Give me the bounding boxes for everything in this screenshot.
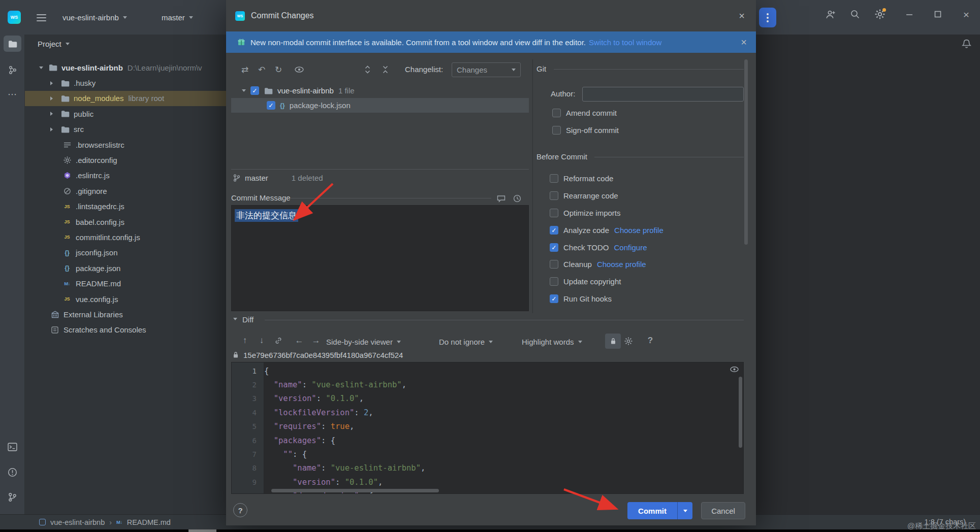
tree-item-.husky[interactable]: .husky: [25, 75, 226, 90]
tree-item-.editorconfig[interactable]: .editorconfig: [25, 152, 226, 168]
tree-item-project-root[interactable]: vue-eslint-airbnb D:\Learn\juejin\norm\v: [25, 60, 226, 75]
close-icon[interactable]: ×: [960, 8, 973, 21]
rollback-icon[interactable]: ↶: [255, 63, 268, 76]
bottom-scrollbar-thumb[interactable]: [188, 529, 216, 532]
amend-checkbox[interactable]: [552, 109, 561, 117]
whitespace-dropdown[interactable]: Do not ignore: [439, 335, 493, 348]
next-difference-icon[interactable]: →: [309, 334, 323, 347]
checkbox[interactable]: [550, 174, 558, 183]
lock-scroll-toggle[interactable]: [605, 334, 621, 349]
diff-settings-gear-icon[interactable]: [622, 335, 635, 348]
chevron-down-icon[interactable]: [39, 66, 43, 69]
group-checkbox[interactable]: [250, 86, 259, 95]
search-icon[interactable]: [848, 8, 862, 21]
viewer-mode-dropdown[interactable]: Side-by-side viewer: [326, 335, 401, 348]
link-chain-icon[interactable]: [272, 334, 285, 347]
option-link[interactable]: Choose profile: [614, 226, 663, 235]
terminal-tool-button[interactable]: [4, 439, 21, 455]
signoff-checkbox[interactable]: [552, 126, 561, 135]
highlight-mode-dropdown[interactable]: Highlight words: [522, 335, 582, 348]
chevron-right-icon[interactable]: [50, 81, 53, 85]
commit-button[interactable]: Commit: [627, 502, 692, 519]
commit-options-chevron[interactable]: [678, 510, 692, 512]
diff-help-icon[interactable]: ?: [644, 334, 657, 347]
tree-item-ScratchesandConsoles[interactable]: Scratches and Consoles: [25, 322, 226, 338]
expand-all-icon[interactable]: [361, 63, 374, 76]
prev-difference-icon[interactable]: ←: [293, 334, 306, 347]
chevron-down-icon[interactable]: [242, 89, 246, 92]
chevron-right-icon[interactable]: [50, 96, 53, 101]
option-link[interactable]: Choose profile: [597, 260, 646, 269]
tree-item-.gitignore[interactable]: .gitignore: [25, 183, 226, 198]
project-selector[interactable]: vue-eslint-airbnb: [62, 10, 127, 24]
author-input[interactable]: [582, 87, 744, 102]
commit-message-input[interactable]: 非法的提交信息: [231, 205, 529, 311]
problems-tool-button[interactable]: [4, 464, 21, 480]
diff-collapse-icon[interactable]: [233, 318, 237, 320]
notifications-bell-icon[interactable]: [961, 39, 972, 49]
show-diff-icon[interactable]: ⇄: [238, 63, 251, 76]
main-menu-icon[interactable]: [37, 12, 46, 23]
tree-item-public[interactable]: public: [25, 106, 226, 121]
cancel-button[interactable]: Cancel: [701, 502, 745, 519]
dialog-scrollbar[interactable]: [744, 59, 748, 245]
clock-history-icon[interactable]: [511, 192, 524, 205]
tree-item-package.json[interactable]: {}package.json: [25, 260, 226, 276]
settings-gear-icon[interactable]: [873, 8, 887, 21]
diff-code-panel[interactable]: 1{2 "name": "vue-eslint-airbnb",3 "versi…: [231, 362, 744, 494]
tree-item-ExternalLibraries[interactable]: External Libraries: [25, 307, 226, 322]
refresh-icon[interactable]: ↻: [272, 63, 285, 76]
checkbox[interactable]: [550, 243, 558, 252]
tree-item-commitlint.config.js[interactable]: JScommitlint.config.js: [25, 229, 226, 245]
tree-item-.eslintrc.js[interactable]: .eslintrc.js: [25, 168, 226, 183]
dialog-close-icon[interactable]: ×: [739, 11, 745, 21]
preview-diff-eye-icon[interactable]: [293, 63, 306, 76]
branch-selector[interactable]: master: [162, 10, 193, 24]
tree-item-babel.config.js[interactable]: JSbabel.config.js: [25, 214, 226, 229]
minimize-icon[interactable]: [903, 8, 916, 21]
checkbox[interactable]: [550, 209, 558, 217]
more-toolbar-button[interactable]: [759, 8, 776, 27]
changelist-dropdown[interactable]: Changes: [452, 62, 521, 77]
tree-item-vue.config.js[interactable]: JSvue.config.js: [25, 291, 226, 307]
switch-to-tool-window-link[interactable]: Switch to tool window: [589, 38, 661, 47]
project-tool-button[interactable]: [4, 36, 21, 52]
changes-group-row[interactable]: vue-eslint-airbnb 1 file: [231, 83, 529, 98]
add-user-icon[interactable]: [824, 8, 837, 21]
tree-item-jsconfig.json[interactable]: {}jsconfig.json: [25, 245, 226, 260]
tree-item-README.md[interactable]: M↓README.md: [25, 276, 226, 291]
branch-info-row: master 1 deleted: [231, 171, 323, 185]
checkbox[interactable]: [550, 260, 558, 269]
collapse-all-icon[interactable]: [378, 63, 392, 76]
project-panel-header[interactable]: Project: [25, 35, 226, 53]
code-horizontal-scrollbar[interactable]: [271, 489, 439, 492]
breadcrumb-file[interactable]: README.md: [127, 518, 171, 526]
prev-change-up-icon[interactable]: ↑: [238, 334, 251, 347]
checkbox[interactable]: [550, 226, 558, 235]
maximize-icon[interactable]: [931, 8, 944, 21]
checkbox[interactable]: [550, 191, 558, 200]
banner-close-icon[interactable]: ×: [741, 37, 747, 47]
code-vertical-scrollbar[interactable]: [739, 377, 742, 448]
webstorm-icon: WS: [235, 11, 245, 21]
tree-item-.browserslistrc[interactable]: .browserslistrc: [25, 137, 226, 152]
changed-file-row[interactable]: {} package-lock.json: [231, 98, 529, 113]
git-tool-button[interactable]: [4, 489, 21, 505]
md-icon: M↓: [62, 281, 72, 286]
chevron-right-icon[interactable]: [50, 127, 53, 131]
tree-item-src[interactable]: src: [25, 122, 226, 137]
chevron-right-icon[interactable]: [50, 112, 53, 116]
tree-item-node_modules[interactable]: node_moduleslibrary root: [25, 91, 226, 106]
breadcrumb-project[interactable]: vue-eslint-airbnb: [50, 518, 105, 526]
checkbox[interactable]: [550, 277, 558, 286]
file-checkbox[interactable]: [267, 101, 275, 110]
soft-wrap-eye-icon[interactable]: [730, 367, 739, 372]
option-link[interactable]: Configure: [614, 243, 647, 252]
help-button[interactable]: ?: [233, 503, 247, 517]
tree-item-.lintstagedrc.js[interactable]: JS.lintstagedrc.js: [25, 199, 226, 214]
structure-tool-button[interactable]: [4, 62, 21, 78]
checkbox[interactable]: [550, 294, 558, 303]
more-tools-icon[interactable]: ⋯: [4, 86, 21, 103]
next-change-down-icon[interactable]: ↓: [255, 334, 268, 347]
message-history-icon[interactable]: [494, 192, 508, 205]
